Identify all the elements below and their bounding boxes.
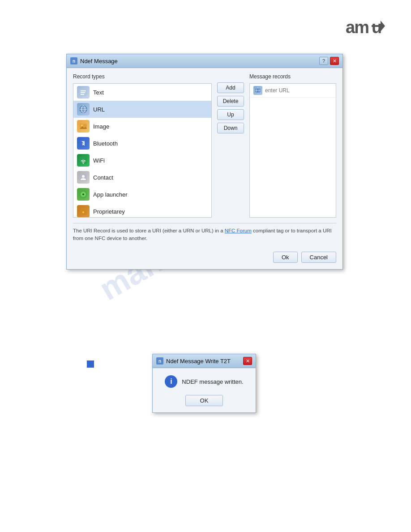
write-title-left: n Ndef Message Write T2T [156, 357, 231, 365]
message-record-url-icon [253, 86, 262, 95]
record-types-panel: Record types Text [73, 73, 212, 218]
record-item-wifi[interactable]: WiFi [73, 152, 211, 169]
svg-rect-5 [81, 90, 86, 91]
help-button[interactable]: ? [319, 57, 328, 65]
record-icon-contact [77, 171, 90, 184]
record-icon-wifi [77, 154, 90, 167]
message-records-panel: Message records [249, 73, 336, 218]
title-buttons: ? ✕ [319, 57, 339, 65]
dialog-footer: Ok Cancel [73, 252, 336, 263]
record-item-proprietary[interactable]: Proprietarey [73, 203, 211, 218]
record-list: Text URL [73, 83, 212, 218]
record-label-contact: Contact [93, 174, 113, 181]
record-label-text: Text [93, 89, 104, 96]
svg-rect-16 [80, 140, 87, 147]
write-title-buttons: ✕ [243, 357, 252, 365]
message-records-label: Message records [249, 73, 336, 80]
svg-rect-7 [81, 94, 84, 95]
record-icon-proprietary [77, 205, 90, 218]
delete-button[interactable]: Delete [217, 96, 244, 107]
record-item-image[interactable]: Image [73, 118, 211, 135]
record-item-text[interactable]: Text [73, 84, 211, 101]
write-message-row: i NDEF message written. [165, 375, 243, 388]
svg-rect-3 [372, 25, 380, 27]
dialog-title-bar: n Ndef Message ? ✕ [67, 54, 342, 68]
record-types-label: Record types [73, 73, 212, 80]
down-button[interactable]: Down [217, 123, 244, 133]
amu-logo: am u [346, 16, 386, 38]
record-label-wifi: WiFi [93, 157, 105, 164]
record-icon-text [77, 86, 90, 99]
dialog-title-icon: n [70, 57, 77, 64]
record-icon-applauncher [77, 188, 90, 201]
write-message-text: NDEF message written. [182, 378, 243, 385]
record-item-url[interactable]: URL [73, 101, 211, 118]
record-label-bluetooth: Bluetooth [93, 140, 118, 147]
write-dialog-title-bar: n Ndef Message Write T2T ✕ [153, 354, 256, 368]
write-t2t-dialog: n Ndef Message Write T2T ✕ i NDEF messag… [152, 354, 256, 413]
cancel-button[interactable]: Cancel [301, 252, 336, 263]
write-title-icon: n [156, 357, 163, 365]
blue-square-indicator [87, 360, 94, 368]
message-record-url [250, 84, 336, 98]
ok-button[interactable]: Ok [273, 252, 298, 263]
title-bar-left: n Ndef Message [70, 57, 118, 64]
write-title-text: Ndef Message Write T2T [166, 358, 231, 365]
record-icon-url [77, 103, 90, 116]
record-label-url: URL [93, 106, 105, 113]
svg-rect-6 [81, 92, 85, 93]
action-buttons: Add Delete Up Down [212, 73, 249, 218]
dialog-body: Record types Text [67, 68, 342, 269]
svg-text:u: u [372, 18, 382, 36]
dialog-columns: Record types Text [73, 73, 336, 218]
record-item-applauncher[interactable]: App launcher [73, 186, 211, 203]
record-icon-bluetooth [77, 137, 90, 150]
svg-point-14 [81, 124, 83, 126]
svg-point-18 [83, 163, 84, 164]
record-item-bluetooth[interactable]: Bluetooth [73, 135, 211, 152]
description-text: The URI Record is used to store a URI (e… [73, 223, 336, 246]
write-body: i NDEF message written. OK [153, 368, 256, 412]
close-button[interactable]: ✕ [330, 57, 339, 65]
record-label-applauncher: App launcher [93, 191, 128, 198]
dialog-title-text: Ndef Message [80, 58, 118, 64]
write-close-button[interactable]: ✕ [243, 357, 252, 365]
svg-marker-2 [381, 21, 385, 31]
add-button[interactable]: Add [217, 82, 244, 93]
up-button[interactable]: Up [217, 109, 244, 120]
message-records-list [249, 83, 336, 218]
write-ok-button[interactable]: OK [185, 395, 223, 406]
svg-text:am: am [346, 18, 368, 36]
svg-point-20 [82, 175, 85, 178]
ndef-message-dialog: n Ndef Message ? ✕ Record types [66, 54, 343, 270]
nfc-forum-link[interactable]: NFC Forum [225, 228, 252, 233]
record-icon-image [77, 120, 90, 133]
record-item-contact[interactable]: Contact [73, 169, 211, 186]
info-icon: i [165, 375, 177, 388]
svg-point-26 [82, 211, 84, 213]
record-label-image: Image [93, 123, 109, 130]
record-label-proprietary: Proprietarey [93, 208, 125, 215]
url-input[interactable] [265, 87, 332, 94]
svg-point-23 [82, 193, 84, 195]
